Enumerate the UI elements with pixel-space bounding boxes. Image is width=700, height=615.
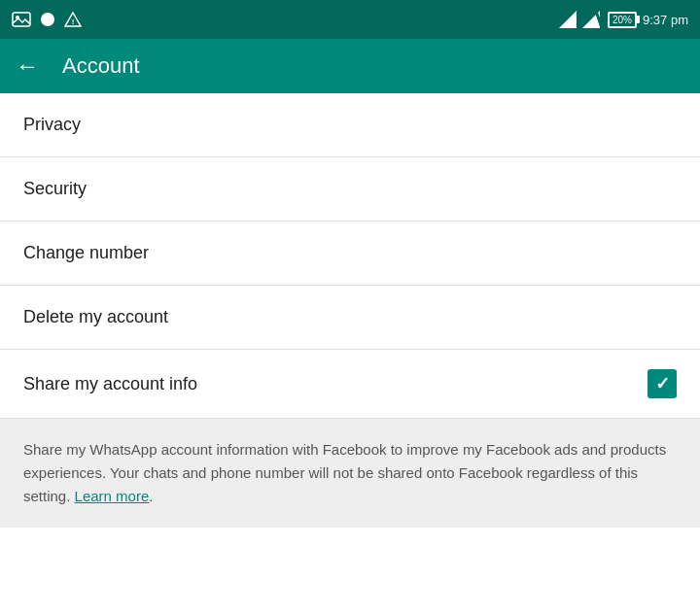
- menu-item-share-account-info[interactable]: Share my account info ✓: [0, 350, 700, 419]
- notification-dot-icon: [41, 13, 54, 26]
- status-bar: ! 20% 9:37 pm: [0, 0, 700, 39]
- battery-box: 20%: [608, 12, 637, 28]
- security-label: Security: [23, 179, 87, 199]
- privacy-label: Privacy: [23, 115, 81, 135]
- menu-item-delete-account[interactable]: Delete my account: [0, 286, 700, 350]
- status-bar-right: 20% 9:37 pm: [559, 11, 688, 28]
- battery-percent: 20%: [612, 15, 632, 25]
- status-left-icons: !: [12, 12, 82, 27]
- image-icon: [12, 12, 31, 27]
- battery-indicator: 20%: [608, 12, 637, 28]
- menu-item-security[interactable]: Security: [0, 157, 700, 222]
- signal-full-icon: [559, 11, 577, 28]
- app-header: ← Account: [0, 39, 700, 93]
- change-number-label: Change number: [23, 243, 149, 263]
- back-button[interactable]: ←: [16, 52, 39, 80]
- share-account-info-checkbox[interactable]: ✓: [648, 369, 677, 398]
- svg-rect-0: [13, 13, 30, 26]
- menu-item-privacy[interactable]: Privacy: [0, 93, 700, 157]
- delete-account-label: Delete my account: [23, 307, 168, 327]
- info-section: Share my WhatsApp account information wi…: [0, 419, 700, 528]
- svg-text:!: !: [72, 17, 75, 26]
- checkmark-icon: ✓: [655, 373, 670, 394]
- signal-partial-icon: [582, 11, 602, 28]
- menu-item-change-number[interactable]: Change number: [0, 222, 700, 286]
- status-time: 9:37 pm: [643, 13, 688, 27]
- warning-icon: !: [64, 12, 82, 27]
- learn-more-link[interactable]: Learn more: [75, 488, 150, 504]
- page-title: Account: [62, 53, 140, 79]
- svg-marker-4: [559, 11, 577, 28]
- period: .: [149, 488, 153, 504]
- share-account-info-label: Share my account info: [23, 374, 197, 394]
- menu-list: Privacy Security Change number Delete my…: [0, 93, 700, 419]
